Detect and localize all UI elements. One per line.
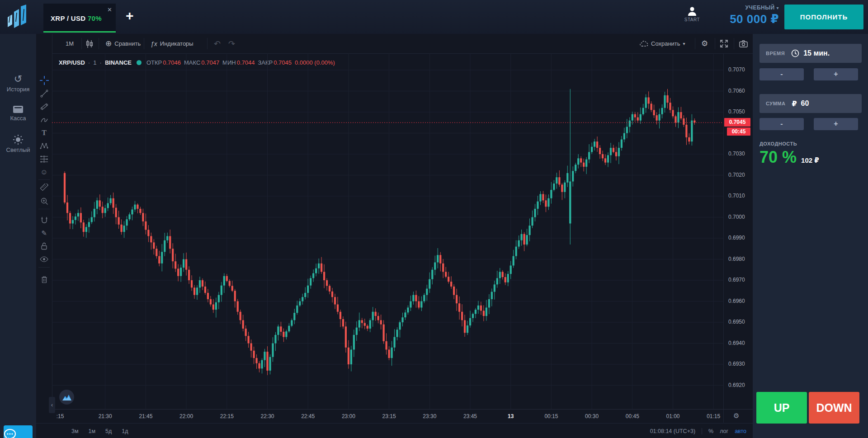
remove-drawings-tool[interactable] xyxy=(39,274,49,285)
top-bar: XRP / USD 70% ✕ + START УЧЕБНЫЙ ▾ 50 000… xyxy=(0,0,868,34)
price-tick: 0.7020 xyxy=(728,172,745,178)
magnet-tool[interactable] xyxy=(39,215,49,225)
collapse-toolbar-handle[interactable]: ‹ xyxy=(49,397,55,413)
trend-line-tool[interactable] xyxy=(39,88,49,99)
candles-icon xyxy=(86,40,93,48)
wallet-icon xyxy=(13,104,24,113)
deposit-button[interactable]: ПОПОЛНИТЬ xyxy=(784,5,863,29)
clock-utc[interactable]: 01:08:14 (UTC+3) xyxy=(650,428,695,434)
tab-close-icon[interactable]: ✕ xyxy=(107,6,112,13)
tab-payout: 70% xyxy=(88,14,102,22)
chart-watermark[interactable] xyxy=(59,390,74,405)
sidebar-item-cashier[interactable]: Касса xyxy=(0,104,36,122)
price-tick: 0.6980 xyxy=(728,256,745,262)
account-menu[interactable]: START xyxy=(681,6,703,22)
up-button[interactable]: UP xyxy=(756,392,807,424)
amount-increase-button[interactable]: + xyxy=(814,118,858,130)
payout-label: ДОХОДНОСТЬ xyxy=(760,141,797,146)
sidebar: ↺ История Касса Светлый xyxy=(0,34,36,438)
range-3m[interactable]: 3м xyxy=(71,428,79,434)
zoom-in-icon xyxy=(40,197,48,205)
candle-countdown-label: 00:45 xyxy=(727,127,750,136)
payout-percent: 70 % xyxy=(760,148,797,167)
time-increase-button[interactable]: + xyxy=(814,68,858,80)
time-tick: :15 xyxy=(47,413,74,419)
price-scale[interactable]: 0.70700.70600.70500.70300.70200.70100.70… xyxy=(723,53,753,423)
lock-icon xyxy=(41,242,47,250)
chart-bottom-bar: 3м 1м 5д 1д 01:08:14 (UTC+3) % лог авто xyxy=(36,423,753,438)
time-field[interactable]: ВРЕМЯ 15 мин. xyxy=(760,44,862,63)
amount-decrease-button[interactable]: - xyxy=(760,118,804,130)
hide-drawings-tool[interactable] xyxy=(39,254,49,264)
trend-line-icon xyxy=(40,89,48,98)
zoom-in-tool[interactable] xyxy=(39,196,49,206)
amount-label: СУММА xyxy=(766,101,785,106)
undo-button[interactable]: ↶ xyxy=(214,34,221,53)
price-tick: 0.6960 xyxy=(728,298,745,304)
amount-field[interactable]: СУММА ₽ 60 xyxy=(760,94,862,113)
price-tick: 0.7070 xyxy=(728,66,745,73)
chart-settings-button[interactable]: ⚙ xyxy=(701,34,708,53)
chart-toolbar: 1M ⊕ Сравнить ƒx Индикаторы ↶ ↷ С xyxy=(52,34,753,54)
scale-settings-icon[interactable]: ⚙ xyxy=(733,412,739,420)
indicators-button[interactable]: ƒx Индикаторы xyxy=(151,34,193,53)
price-tick: 0.6970 xyxy=(728,277,745,283)
fullscreen-button[interactable] xyxy=(720,34,728,53)
interval-button[interactable]: 1M xyxy=(66,34,74,53)
compare-button[interactable]: ⊕ Сравнить xyxy=(105,34,141,53)
price-tick: 0.6990 xyxy=(728,235,745,241)
chevron-down-icon: ▾ xyxy=(776,5,779,10)
drawing-mode-tool[interactable]: ✎ xyxy=(39,228,49,238)
down-button[interactable]: DOWN xyxy=(809,392,859,424)
time-label: ВРЕМЯ xyxy=(766,51,785,56)
sun-icon xyxy=(13,134,24,145)
crosshair-tool[interactable] xyxy=(39,75,49,85)
price-tick: 0.6930 xyxy=(728,361,745,367)
chart-style-button[interactable] xyxy=(86,34,93,53)
drawing-toolbar: T ☺ xyxy=(36,34,52,409)
price-tick: 0.7050 xyxy=(728,108,745,115)
divider xyxy=(702,428,702,434)
time-scale[interactable]: :1521:3021:4522:0022:1522:3022:4523:0023… xyxy=(52,409,753,424)
range-5d[interactable]: 5д xyxy=(105,428,112,434)
xabcd-pattern-tool[interactable] xyxy=(39,141,49,151)
user-icon xyxy=(687,6,697,16)
redo-button[interactable]: ↷ xyxy=(228,34,235,53)
account-type-dropdown[interactable]: УЧЕБНЫЙ ▾ xyxy=(705,5,779,11)
tab-xrp-usd[interactable]: XRP / USD 70% ✕ xyxy=(43,4,116,33)
sidebar-item-theme[interactable]: Светлый xyxy=(0,134,36,153)
sidebar-item-history[interactable]: ↺ История xyxy=(0,74,36,93)
save-layout-button[interactable]: Сохранить ▾ xyxy=(640,34,685,53)
amount-value: 60 xyxy=(801,99,809,108)
help-button[interactable]: помощь xyxy=(4,425,33,438)
time-tick: 00:15 xyxy=(538,413,565,419)
prediction-tool[interactable] xyxy=(39,154,49,164)
time-tick: 23:30 xyxy=(416,413,443,419)
price-tick: 0.7000 xyxy=(728,214,745,220)
range-1d[interactable]: 1д xyxy=(122,428,128,434)
chat-bubble-icon xyxy=(4,429,16,438)
time-decrease-button[interactable]: - xyxy=(760,68,804,80)
time-value: 15 мин. xyxy=(803,49,830,57)
prediction-icon xyxy=(40,155,48,163)
price-tick: 0.6920 xyxy=(728,382,745,388)
lock-drawings-tool[interactable] xyxy=(39,241,49,251)
range-1m[interactable]: 1м xyxy=(89,428,96,434)
price-tick: 0.6940 xyxy=(728,340,745,346)
snapshot-button[interactable] xyxy=(739,34,748,53)
text-tool[interactable]: T xyxy=(39,127,49,138)
fx-icon: ƒx xyxy=(151,40,157,47)
gann-fib-tool[interactable] xyxy=(39,101,49,112)
watermark-logo-icon xyxy=(62,394,71,400)
time-tick: 22:30 xyxy=(254,413,281,419)
trash-icon xyxy=(41,276,47,283)
measure-tool[interactable] xyxy=(39,183,49,193)
emoji-tool[interactable]: ☺ xyxy=(39,167,49,177)
brush-tool[interactable] xyxy=(39,114,49,125)
auto-scale-toggle[interactable]: авто xyxy=(735,428,746,434)
time-tick: 22:45 xyxy=(294,413,321,419)
add-tab-button[interactable]: + xyxy=(126,8,134,24)
log-scale-toggle[interactable]: лог xyxy=(720,428,728,434)
percent-scale-toggle[interactable]: % xyxy=(708,428,713,434)
candlestick-plot[interactable] xyxy=(52,53,723,409)
